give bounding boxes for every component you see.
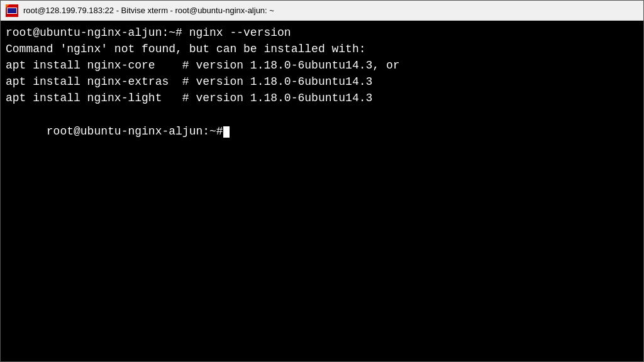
terminal-prompt-line: root@ubuntu-nginx-aljun:~#	[6, 106, 638, 155]
cursor-block	[223, 126, 230, 138]
terminal-line-2: Command 'nginx' not found, but can be in…	[6, 41, 638, 57]
prompt-text: root@ubuntu-nginx-aljun:~#	[47, 125, 223, 138]
terminal-line-5: apt install nginx-light # version 1.18.0…	[6, 90, 638, 106]
app-icon	[6, 4, 18, 17]
terminal-body[interactable]: root@ubuntu-nginx-aljun:~# nginx --versi…	[1, 21, 643, 361]
terminal-line-3: apt install nginx-core # version 1.18.0-…	[6, 57, 638, 74]
svg-rect-2	[8, 8, 16, 13]
terminal-window: root@128.199.79.183:22 - Bitvise xterm -…	[0, 0, 644, 362]
window-title: root@128.199.79.183:22 - Bitvise xterm -…	[23, 6, 274, 15]
terminal-line-4: apt install nginx-extras # version 1.18.…	[6, 74, 638, 90]
titlebar: root@128.199.79.183:22 - Bitvise xterm -…	[1, 1, 643, 21]
terminal-line-1: root@ubuntu-nginx-aljun:~# nginx --versi…	[6, 25, 638, 41]
